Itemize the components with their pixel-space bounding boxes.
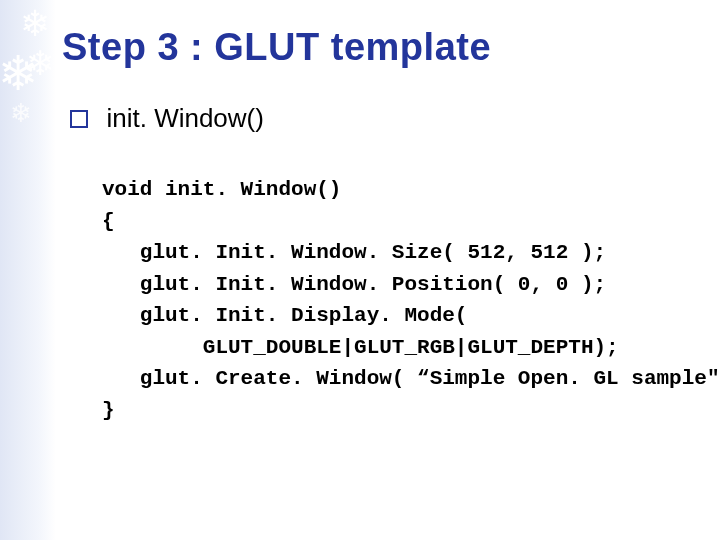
snowflake-icon: ❄	[20, 6, 50, 42]
bullet-label: init. Window()	[106, 103, 263, 133]
slide-title: Step 3 : GLUT template	[62, 26, 700, 69]
snowflake-icon: ❄	[26, 46, 54, 80]
decorative-left-strip: ❄ ❄ ❄ ❄	[0, 0, 56, 540]
slide-content: Step 3 : GLUT template init. Window() vo…	[62, 20, 700, 426]
bullet-line: init. Window()	[70, 103, 700, 134]
square-bullet-icon	[70, 110, 88, 128]
code-block: void init. Window() { glut. Init. Window…	[102, 174, 700, 426]
snowflake-icon: ❄	[10, 100, 32, 126]
